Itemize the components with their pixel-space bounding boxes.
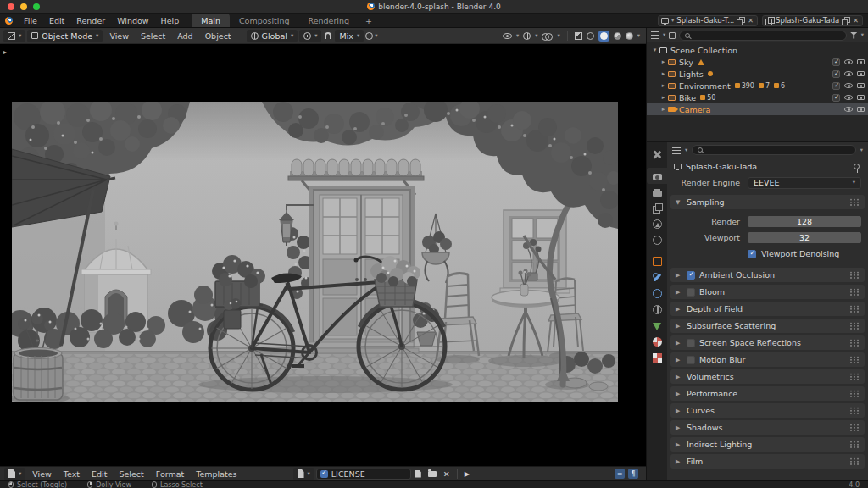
exclude-checkbox[interactable] — [832, 70, 840, 78]
check-icon[interactable] — [320, 470, 328, 478]
text-menu-templates[interactable]: Templates — [191, 469, 242, 479]
panel-indirect-lighting[interactable]: ▶ Indirect Lighting — [670, 437, 865, 452]
camera-icon[interactable] — [857, 107, 865, 112]
eye-icon[interactable] — [844, 59, 853, 64]
tab-tool[interactable] — [647, 147, 667, 163]
gizmo-dropdown[interactable]: ▾ — [535, 33, 537, 39]
expander-icon[interactable]: ▸ — [659, 82, 668, 89]
tab-modifiers[interactable] — [647, 269, 667, 286]
tab-rendering[interactable]: Rendering — [299, 14, 359, 27]
panel-grip-icon[interactable] — [849, 356, 860, 363]
xray-toggle-icon[interactable] — [575, 32, 582, 40]
chevron-down-icon[interactable]: ▾ — [685, 147, 687, 153]
menu-view[interactable]: View — [104, 31, 134, 41]
eye-icon[interactable] — [844, 107, 853, 112]
toolbar-toggle[interactable]: ▸ — [3, 48, 7, 56]
options-dropdown[interactable]: ▾ — [860, 147, 863, 153]
shading-wireframe-icon[interactable] — [587, 32, 594, 40]
line-numbers-toggle[interactable]: ≡ — [615, 469, 625, 479]
outliner-row-scene-collection[interactable]: ▾ Scene Collection — [647, 44, 868, 56]
text-menu-select[interactable]: Select — [114, 469, 148, 479]
menu-window[interactable]: Window — [111, 14, 154, 27]
panel-grip-icon[interactable] — [849, 305, 860, 313]
minimize-window-button[interactable] — [20, 3, 27, 10]
outliner-row-camera[interactable]: ▸ Camera — [647, 103, 868, 115]
expander-icon[interactable]: ▸ — [659, 106, 668, 113]
3d-viewport[interactable]: ▸ — [0, 44, 646, 466]
filter-icon[interactable] — [850, 32, 858, 39]
properties-search-input[interactable] — [692, 145, 855, 155]
transform-orientation-dropdown[interactable]: Global ▾ — [247, 30, 298, 42]
panel-subsurface-scattering[interactable]: ▶ Subsurface Scattering — [670, 319, 865, 333]
menu-add[interactable]: Add — [172, 31, 198, 41]
tab-object-data[interactable] — [647, 318, 667, 334]
tab-scene[interactable] — [647, 216, 667, 232]
pivot-point-dropdown[interactable]: ▾ — [299, 30, 321, 42]
tab-physics[interactable] — [647, 286, 667, 302]
open-text-button[interactable] — [426, 471, 439, 477]
tab-constraints[interactable] — [647, 302, 667, 318]
expander-icon[interactable]: ▸ — [659, 70, 668, 77]
close-window-button[interactable] — [8, 3, 14, 10]
viewport-denoising-checkbox[interactable] — [748, 250, 756, 258]
samples-viewport-field[interactable]: 32 — [748, 232, 861, 244]
outliner-row-sky[interactable]: ▸ Sky — [647, 56, 868, 68]
text-datablock-dropdown[interactable]: ▾ — [293, 468, 314, 480]
menu-edit[interactable]: Edit — [43, 14, 70, 27]
panel-checkbox[interactable] — [687, 271, 695, 280]
text-menu-format[interactable]: Format — [151, 469, 189, 479]
eye-icon[interactable] — [844, 71, 853, 76]
panel-sampling[interactable]: ▼ Sampling — [670, 195, 865, 209]
text-menu-text[interactable]: Text — [58, 469, 85, 479]
object-visibility-icon[interactable] — [503, 33, 512, 39]
outliner-row-lights[interactable]: ▸ Lights — [647, 68, 868, 80]
camera-icon[interactable] — [857, 95, 865, 100]
samples-render-field[interactable]: 128 — [748, 216, 861, 228]
panel-checkbox[interactable] — [687, 288, 695, 297]
chevron-down-icon[interactable]: ▾ — [663, 32, 665, 38]
unlink-text-button[interactable]: ✕ — [441, 469, 453, 479]
panel-grip-icon[interactable] — [849, 339, 860, 347]
snapping-dropdown[interactable]: Mix ▾ — [335, 30, 364, 42]
text-menu-edit[interactable]: Edit — [86, 469, 112, 479]
exclude-checkbox[interactable] — [832, 58, 840, 66]
tab-material[interactable] — [647, 334, 667, 350]
unlink-scene-button[interactable]: ✕ — [747, 17, 754, 25]
render-engine-dropdown[interactable]: EEVEE ▾ — [748, 177, 861, 189]
shading-solid-active[interactable] — [598, 30, 609, 42]
panel-motion-blur[interactable]: ▶ Motion Blur — [670, 352, 865, 367]
panel-bloom[interactable]: ▶ Bloom — [670, 285, 865, 299]
menu-select[interactable]: Select — [136, 31, 170, 41]
text-name-field[interactable]: LICENSE — [316, 469, 411, 480]
proportional-editing-icon[interactable] — [365, 32, 373, 40]
tab-render[interactable] — [647, 168, 667, 184]
filter-dropdown[interactable]: ▾ — [861, 32, 864, 38]
text-menu-view[interactable]: View — [27, 469, 57, 479]
editor-type-dropdown[interactable]: ▾ — [3, 30, 25, 42]
expander-icon[interactable]: ▸ — [659, 58, 668, 65]
pin-icon[interactable] — [854, 164, 860, 169]
eye-icon[interactable] — [844, 83, 853, 88]
zoom-window-button[interactable] — [33, 3, 40, 10]
camera-icon[interactable] — [857, 59, 865, 64]
panel-volumetrics[interactable]: ▶ Volumetrics — [670, 369, 865, 384]
gizmo-icon[interactable] — [523, 32, 531, 40]
outliner-editor-icon[interactable] — [651, 31, 659, 39]
panel-grip-icon[interactable] — [849, 373, 860, 380]
new-text-button[interactable] — [413, 470, 424, 478]
run-script-button[interactable]: ▶ — [462, 470, 472, 478]
new-scene-button[interactable] — [737, 17, 744, 25]
expander-icon[interactable]: ▾ — [650, 47, 659, 53]
panel-film[interactable]: ▶ Film — [670, 454, 865, 469]
panel-grip-icon[interactable] — [849, 271, 860, 279]
outliner-search-input[interactable] — [679, 30, 846, 41]
menu-object[interactable]: Object — [200, 31, 236, 41]
display-mode-icon[interactable] — [669, 32, 676, 39]
snap-magnet-icon[interactable] — [325, 32, 331, 39]
new-view-layer-button[interactable] — [842, 17, 849, 25]
outliner-row-bike[interactable]: ▸ Bike 50 — [647, 92, 868, 103]
panel-grip-icon[interactable] — [849, 441, 860, 448]
panel-curves[interactable]: ▶ Curves — [670, 403, 865, 418]
panel-checkbox[interactable] — [687, 356, 695, 364]
properties-editor-icon[interactable] — [672, 147, 681, 154]
